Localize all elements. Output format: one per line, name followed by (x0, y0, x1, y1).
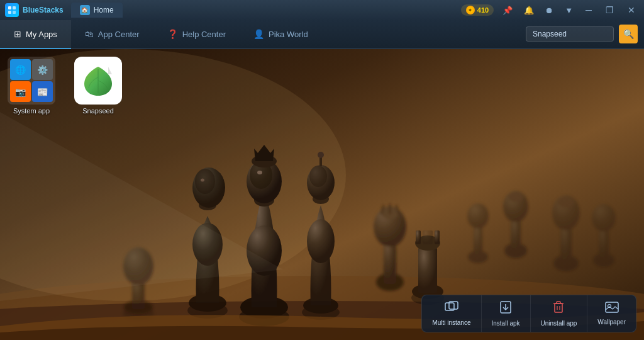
coin-badge: ✦ 410 (461, 4, 494, 16)
install-apk-icon (499, 300, 512, 317)
svg-rect-1 (13, 6, 16, 9)
pika-world-label: Pika World (269, 30, 308, 39)
multi-instance-icon (445, 301, 458, 317)
tab-my-apps[interactable]: ⊞ My Apps (0, 20, 71, 48)
bluestacks-logo: BlueStacks (5, 3, 64, 17)
bs-logo-icon (5, 3, 19, 17)
title-controls: ✦ 410 📌 🔔 ⏺ ▼ ─ ❐ ✕ (461, 4, 639, 16)
bottom-toolbar: Multi instance Install apk (421, 295, 636, 332)
search-icon: 🔍 (623, 29, 634, 39)
nav-bar: ⊞ My Apps 🛍 App Center ❓ Help Center 👤 P… (0, 20, 644, 49)
svg-rect-68 (555, 303, 562, 312)
install-apk-button[interactable]: Install apk (482, 295, 531, 332)
title-bar: BlueStacks 🏠 Home ✦ 410 📌 🔔 ⏺ ▼ ─ ❐ ✕ (0, 0, 644, 20)
wallpaper-label: Wallpaper (597, 319, 626, 326)
coin-amount: 410 (477, 6, 489, 14)
home-tab-label: Home (94, 6, 114, 14)
tab-app-center[interactable]: 🛍 App Center (71, 20, 153, 48)
pika-world-icon: 👤 (253, 29, 264, 39)
home-tab-icon: 🏠 (80, 5, 90, 15)
svg-point-42 (195, 169, 215, 194)
svg-rect-0 (8, 6, 11, 9)
svg-rect-3 (13, 11, 16, 14)
system-app-icon[interactable]: 🌐 ⚙️ 📷 📰 (8, 57, 55, 105)
search-area: 🔍 (519, 20, 644, 48)
pin-icon[interactable]: 📌 (500, 4, 515, 16)
home-tab[interactable]: 🏠 Home (71, 3, 123, 18)
install-apk-label: Install apk (492, 320, 520, 327)
tab-pika-world[interactable]: 👤 Pika World (240, 20, 322, 48)
apps-area: 🌐 ⚙️ 📷 📰 System app (8, 57, 122, 115)
snapseed-icon[interactable] (74, 57, 122, 105)
app-center-label: App Center (98, 30, 140, 39)
snapseed-group: Snapseed (74, 57, 122, 115)
svg-point-11 (508, 192, 523, 202)
main-content: 🌐 ⚙️ 📷 📰 System app (0, 49, 644, 340)
svg-point-14 (467, 203, 489, 229)
svg-point-51 (318, 152, 324, 158)
system-app-group: 🌐 ⚙️ 📷 📰 System app (8, 57, 55, 115)
snapseed-label: Snapseed (82, 107, 114, 115)
bell-icon[interactable]: 🔔 (521, 4, 536, 16)
stream-icon[interactable]: ▼ (562, 4, 575, 16)
svg-point-35 (257, 171, 262, 174)
tab-help-center[interactable]: ❓ Help Center (153, 20, 240, 48)
my-apps-icon: ⊞ (14, 29, 21, 39)
search-button[interactable]: 🔍 (619, 25, 638, 43)
svg-point-43 (201, 179, 204, 182)
wallpaper-icon (605, 302, 619, 316)
svg-rect-60 (416, 230, 421, 244)
camera-mini-icon: 📷 (10, 81, 31, 102)
svg-rect-61 (423, 230, 433, 244)
app-row: 🌐 ⚙️ 📷 📰 System app (8, 57, 122, 115)
multi-instance-button[interactable]: Multi instance (422, 295, 481, 332)
uninstall-app-button[interactable]: Uninstall app (531, 295, 588, 332)
gear-mini-icon: ⚙️ (32, 59, 53, 80)
svg-point-49 (309, 166, 327, 187)
my-apps-label: My Apps (26, 30, 57, 39)
coin-icon: ✦ (466, 6, 475, 14)
app-center-icon: 🛍 (85, 29, 94, 39)
uninstall-app-label: Uninstall app (541, 320, 577, 327)
record-icon[interactable]: ⏺ (543, 4, 556, 16)
svg-point-46 (307, 219, 335, 263)
globe-mini-icon: 🌐 (10, 59, 31, 80)
news-mini-icon: 📰 (32, 81, 53, 102)
svg-rect-58 (418, 247, 437, 293)
help-center-icon: ❓ (167, 29, 178, 39)
uninstall-app-icon (553, 300, 564, 317)
svg-point-18 (558, 196, 574, 208)
minimize-button[interactable]: ─ (582, 4, 596, 16)
help-center-label: Help Center (182, 30, 226, 39)
close-button[interactable]: ✕ (624, 4, 639, 16)
wallpaper-button[interactable]: Wallpaper (587, 295, 636, 332)
svg-point-21 (592, 204, 616, 232)
svg-rect-2 (8, 11, 11, 14)
multi-instance-label: Multi instance (432, 319, 470, 326)
svg-rect-62 (435, 230, 440, 244)
system-app-label: System app (13, 107, 50, 115)
search-input[interactable] (526, 26, 614, 42)
snapseed-leaf-svg (79, 62, 117, 99)
brand-name: BlueStacks (23, 6, 64, 14)
maximize-button[interactable]: ❐ (602, 4, 618, 16)
